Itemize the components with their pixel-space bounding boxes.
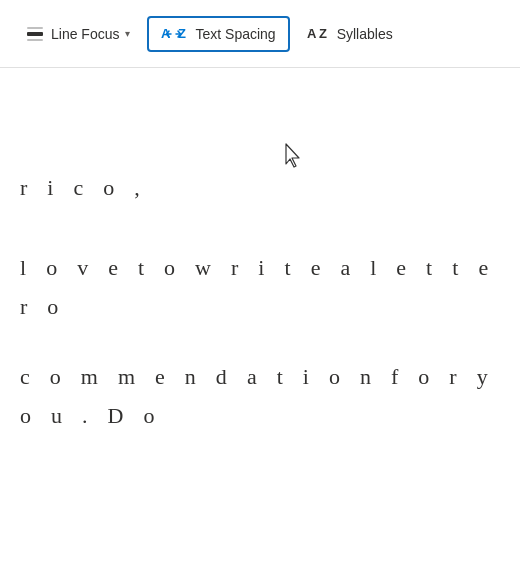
- text-spacing-label: Text Spacing: [195, 26, 275, 42]
- svg-rect-2: [27, 39, 43, 41]
- syllables-label: Syllables: [337, 26, 393, 42]
- svg-text:·: ·: [309, 26, 311, 33]
- text-spacing-button[interactable]: A Z Text Spacing: [147, 16, 289, 52]
- text-spacing-icon: A Z: [161, 24, 189, 44]
- content-area: r i c o , l o v e t o w r i t e a l e t …: [0, 68, 520, 588]
- svg-rect-0: [27, 32, 43, 36]
- svg-text:Z: Z: [319, 26, 327, 41]
- line-focus-dropdown-arrow: ▾: [125, 28, 130, 39]
- svg-rect-1: [27, 27, 43, 29]
- line-focus-label: Line Focus: [51, 26, 119, 42]
- content-line-1: r i c o ,: [0, 168, 520, 208]
- toolbar: Line Focus ▾ A Z Text Spacing A · Z Syll…: [0, 0, 520, 68]
- syllables-icon: A · Z: [307, 24, 331, 44]
- content-line-2: l o v e t o w r i t e a l e t t e r o: [0, 248, 520, 327]
- syllables-button[interactable]: A · Z Syllables: [294, 17, 406, 51]
- line-focus-icon: [25, 24, 45, 44]
- line-focus-button[interactable]: Line Focus ▾: [12, 17, 143, 51]
- content-line-3: c o m m e n d a t i o n f o r y o u . D …: [0, 357, 520, 436]
- mouse-cursor: [283, 142, 303, 170]
